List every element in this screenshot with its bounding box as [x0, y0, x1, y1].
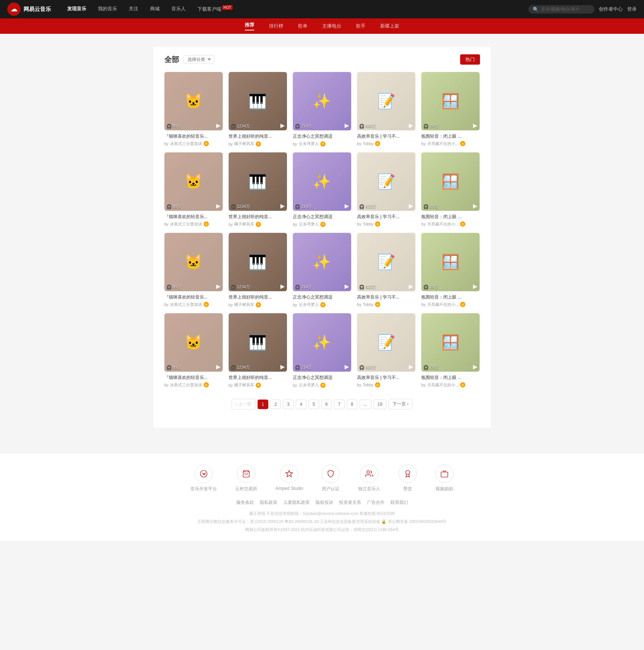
footer-link-children[interactable]: 儿童隐私政策: [283, 499, 310, 506]
footer-cloud-market[interactable]: 云村交易所: [235, 465, 257, 492]
playlist-item[interactable]: 📝 🎧 623万 ▶ 高效率音乐 | 学习不... by Tobby ⭐: [357, 152, 415, 227]
author-name[interactable]: 橘子树风车: [234, 221, 254, 227]
playlist-item[interactable]: 🎹 🎧 1234万 ▶ 世界上很好听的纯音... by 橘子树风车 ⭐: [229, 233, 287, 307]
nav-discover[interactable]: 发现音乐: [62, 3, 91, 15]
footer-indie-musician[interactable]: 独立音乐人: [358, 465, 380, 492]
footer-link-terms[interactable]: 服务条款: [236, 499, 254, 506]
play-button[interactable]: ▶: [280, 283, 285, 290]
subnav-charts[interactable]: 排行榜: [262, 19, 291, 33]
play-button[interactable]: ▶: [473, 283, 477, 290]
playlist-item[interactable]: 📝 🎧 623万 ▶ 高效率音乐 | 学习不... by Tobby ⭐: [357, 233, 415, 307]
footer-video-reward[interactable]: 视频勋励: [435, 465, 454, 492]
play-button[interactable]: ▶: [473, 122, 477, 129]
playlist-item[interactable]: 🪟 🎧 29万 ▶ 氛围轻音：闭上眼 ... by 月亮藏不住的小... ⭐: [421, 72, 480, 147]
playlist-item[interactable]: 🎹 🎧 1234万 ▶ 世界上很好听的纯音... by 橘子树风车 ⭐: [229, 72, 287, 147]
creator-center-button[interactable]: 创作者中心: [599, 6, 623, 12]
page-3-button[interactable]: 3: [283, 400, 294, 409]
playlist-item[interactable]: 🪟 🎧 29万 ▶ 氛围轻音：闭上眼 ... by 月亮藏不住的小... ⭐: [421, 152, 480, 227]
search-input[interactable]: [541, 7, 590, 12]
author-name[interactable]: 云乡寻梦人: [299, 382, 319, 388]
play-button[interactable]: ▶: [473, 363, 477, 370]
playlist-item[interactable]: ✨ 🎧 214万 ▶ 正念净心之冥想调适 by 云乡寻梦人 ⭐: [293, 72, 351, 147]
play-button[interactable]: ▶: [345, 122, 349, 129]
play-button[interactable]: ▶: [345, 202, 349, 209]
hot-button[interactable]: 热门: [460, 54, 480, 65]
playlist-item[interactable]: 🎹 🎧 1234万 ▶ 世界上很好听的纯音... by 橘子树风车 ⭐: [229, 313, 287, 388]
playlist-item[interactable]: 🐱 🎧 89万 ▶ 『猫咪喜欢的轻音乐... by 冰美式三分普加浓 ⭐: [164, 72, 223, 147]
play-button[interactable]: ▶: [216, 122, 221, 129]
playlist-item[interactable]: ✨ 🎧 214万 ▶ 正念净心之冥想调适 by 云乡寻梦人 ⭐: [293, 233, 351, 307]
author-name[interactable]: 月亮藏不住的小...: [427, 141, 459, 147]
subnav-newalbum[interactable]: 新碟上架: [373, 19, 407, 33]
nav-mall[interactable]: 商城: [145, 3, 165, 15]
author-name[interactable]: 橘子树风车: [234, 302, 254, 307]
page-5-button[interactable]: 5: [309, 400, 319, 409]
nav-musician[interactable]: 音乐人: [166, 3, 191, 15]
footer-user-verify[interactable]: 用户认证: [321, 465, 340, 492]
footer-music-dev[interactable]: 音乐开发平台: [190, 465, 217, 492]
playlist-item[interactable]: 🪟 🎧 29万 ▶ 氛围轻音：闭上眼 ... by 月亮藏不住的小... ⭐: [421, 313, 480, 388]
page-19-button[interactable]: 19: [374, 400, 386, 409]
footer-link-privacy[interactable]: 隐私政策: [260, 499, 277, 506]
play-button[interactable]: ▶: [216, 283, 221, 290]
page-2-button[interactable]: 2: [270, 400, 281, 409]
author-name[interactable]: 冰美式三分普加浓: [170, 221, 202, 227]
page-7-button[interactable]: 7: [334, 400, 345, 409]
category-select[interactable]: 选择分类: [183, 55, 214, 64]
footer-reward[interactable]: 赞赏: [399, 465, 417, 492]
play-button[interactable]: ▶: [280, 122, 285, 129]
page-4-button[interactable]: 4: [296, 400, 306, 409]
play-button[interactable]: ▶: [409, 202, 413, 209]
login-button[interactable]: 登录: [627, 6, 637, 12]
footer-link-copyright[interactable]: 版权投诉: [316, 499, 333, 506]
author-name[interactable]: 云乡寻梦人: [299, 141, 319, 147]
footer-link-investor[interactable]: 投资者关系: [339, 499, 361, 506]
subnav-artists[interactable]: 歌手: [349, 19, 373, 33]
play-button[interactable]: ▶: [409, 122, 413, 129]
subnav-recommend[interactable]: 推荐: [237, 18, 262, 34]
play-button[interactable]: ▶: [280, 363, 285, 370]
page-6-button[interactable]: 6: [321, 400, 332, 409]
author-name[interactable]: 橘子树风车: [234, 141, 254, 147]
author-name[interactable]: 云乡寻梦人: [299, 221, 319, 227]
play-button[interactable]: ▶: [216, 202, 221, 209]
next-page-button[interactable]: 下一页 ›: [389, 399, 412, 409]
footer-link-ads[interactable]: 广告合作: [367, 499, 385, 506]
author-name[interactable]: 冰美式三分普加浓: [170, 141, 202, 147]
prev-page-button[interactable]: ‹ 上一页: [232, 399, 255, 409]
author-name[interactable]: 月亮藏不住的小...: [427, 302, 459, 307]
playlist-item[interactable]: 🐱 🎧 89万 ▶ 『猫咪喜欢的轻音乐... by 冰美式三分普加浓 ⭐: [164, 313, 223, 388]
footer-amped-studio[interactable]: Amped Studio: [276, 465, 303, 492]
playlist-item[interactable]: ✨ 🎧 214万 ▶ 正念净心之冥想调适 by 云乡寻梦人 ⭐: [293, 152, 351, 227]
play-button[interactable]: ▶: [280, 202, 285, 209]
author-name[interactable]: 冰美式三分普加浓: [170, 302, 202, 307]
subnav-radio[interactable]: 主播电台: [315, 19, 349, 33]
nav-follow[interactable]: 关注: [124, 3, 143, 15]
author-name[interactable]: 月亮藏不住的小...: [427, 221, 459, 227]
author-name[interactable]: Tobby: [363, 141, 374, 146]
playlist-item[interactable]: 🪟 🎧 29万 ▶ 氛围轻音：闭上眼 ... by 月亮藏不住的小... ⭐: [421, 233, 480, 307]
footer-link-contact[interactable]: 联系我们: [390, 499, 408, 506]
author-name[interactable]: Tobby: [363, 383, 374, 387]
author-name[interactable]: 月亮藏不住的小...: [427, 382, 459, 388]
play-button[interactable]: ▶: [409, 283, 413, 290]
play-button[interactable]: ▶: [345, 283, 349, 290]
play-button[interactable]: ▶: [409, 363, 413, 370]
nav-download[interactable]: 下载客户端HOT: [192, 3, 238, 15]
page-1-button[interactable]: 1: [258, 400, 268, 409]
playlist-item[interactable]: 📝 🎧 623万 ▶ 高效率音乐 | 学习不... by Tobby ⭐: [357, 72, 415, 147]
author-name[interactable]: 云乡寻梦人: [299, 302, 319, 307]
logo[interactable]: ☁ 网易云音乐: [7, 3, 51, 16]
playlist-item[interactable]: ✨ 🎧 214万 ▶ 正念净心之冥想调适 by 云乡寻梦人 ⭐: [293, 313, 351, 388]
nav-mymusic[interactable]: 我的音乐: [93, 3, 122, 15]
author-name[interactable]: Tobby: [363, 222, 374, 226]
play-button[interactable]: ▶: [345, 363, 349, 370]
playlist-item[interactable]: 🎹 🎧 1234万 ▶ 世界上很好听的纯音... by 橘子树风车 ⭐: [229, 152, 287, 227]
search-box[interactable]: 🔍: [528, 5, 594, 14]
author-name[interactable]: 橘子树风车: [234, 382, 254, 388]
playlist-item[interactable]: 🐱 🎧 89万 ▶ 『猫咪喜欢的轻音乐... by 冰美式三分普加浓 ⭐: [164, 233, 223, 307]
play-button[interactable]: ▶: [473, 202, 477, 209]
subnav-playlist[interactable]: 歌单: [291, 19, 315, 33]
author-name[interactable]: 冰美式三分普加浓: [170, 382, 202, 388]
playlist-item[interactable]: 📝 🎧 623万 ▶ 高效率音乐 | 学习不... by Tobby ⭐: [357, 313, 415, 388]
